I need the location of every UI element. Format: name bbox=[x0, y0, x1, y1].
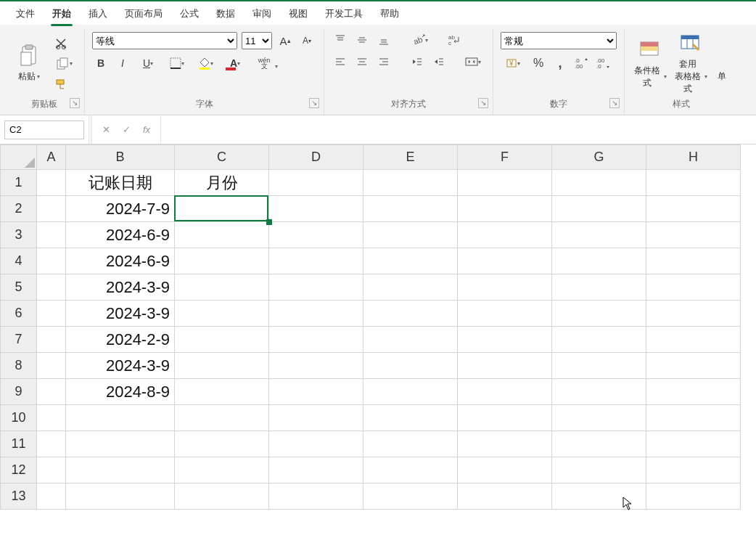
menu-insert[interactable]: 插入 bbox=[80, 4, 116, 25]
row-header-12[interactable]: 12 bbox=[1, 457, 37, 483]
name-box[interactable] bbox=[4, 121, 84, 139]
cell-E11[interactable] bbox=[363, 431, 458, 457]
cell-H11[interactable] bbox=[646, 431, 741, 457]
align-middle-button[interactable] bbox=[353, 32, 371, 48]
cell-B12[interactable] bbox=[66, 457, 175, 483]
font-launcher[interactable]: ↘ bbox=[309, 98, 319, 108]
cell-D2[interactable] bbox=[269, 196, 363, 222]
cell-D3[interactable] bbox=[269, 222, 363, 248]
align-left-button[interactable] bbox=[332, 54, 349, 70]
cell-G6[interactable] bbox=[552, 301, 646, 327]
orientation-button[interactable]: ab▾ bbox=[408, 32, 433, 48]
underline-button[interactable]: U▾ bbox=[136, 55, 160, 71]
font-color-button[interactable]: A ▾ bbox=[223, 55, 247, 71]
cell-G5[interactable] bbox=[552, 274, 646, 301]
cell-D6[interactable] bbox=[269, 301, 363, 327]
cell-G4[interactable] bbox=[552, 248, 646, 274]
cell-H10[interactable] bbox=[646, 405, 741, 431]
spreadsheet-grid[interactable]: ABCDEFGH1记账日期月份22024-7-932024-6-942024-6… bbox=[0, 144, 756, 510]
row-header-3[interactable]: 3 bbox=[1, 222, 37, 248]
font-size-select[interactable]: 11 bbox=[242, 32, 272, 49]
cell-B9[interactable]: 2024-8-9 bbox=[66, 379, 175, 405]
cell-E9[interactable] bbox=[363, 379, 458, 405]
clipboard-launcher[interactable]: ↘ bbox=[70, 98, 80, 108]
cell-G7[interactable] bbox=[552, 327, 646, 353]
cell-H3[interactable] bbox=[646, 222, 741, 248]
paste-button[interactable]: 粘贴▾ bbox=[12, 44, 46, 83]
format-as-table-button[interactable]: 套用 表格格式▾ bbox=[673, 32, 707, 95]
cell-A7[interactable] bbox=[37, 327, 66, 353]
decrease-font-button[interactable]: A▾ bbox=[298, 33, 316, 49]
cell-H2[interactable] bbox=[646, 196, 741, 222]
column-header-G[interactable]: G bbox=[552, 145, 646, 170]
cell-B8[interactable]: 2024-3-9 bbox=[66, 353, 175, 379]
menu-data[interactable]: 数据 bbox=[208, 4, 244, 25]
cell-C7[interactable] bbox=[175, 327, 269, 353]
cell-H4[interactable] bbox=[646, 248, 741, 274]
cell-F6[interactable] bbox=[458, 301, 552, 327]
cell-F13[interactable] bbox=[458, 483, 552, 510]
cell-D13[interactable] bbox=[269, 483, 363, 510]
cell-A6[interactable] bbox=[37, 301, 66, 327]
cell-E3[interactable] bbox=[363, 222, 458, 248]
row-header-11[interactable]: 11 bbox=[1, 431, 37, 457]
row-header-1[interactable]: 1 bbox=[1, 170, 37, 196]
cell-A11[interactable] bbox=[37, 431, 66, 457]
cell-A9[interactable] bbox=[37, 379, 66, 405]
bold-button[interactable]: B bbox=[92, 55, 110, 71]
cell-F5[interactable] bbox=[458, 274, 552, 301]
cell-E5[interactable] bbox=[363, 274, 458, 301]
menu-help[interactable]: 帮助 bbox=[371, 4, 408, 25]
row-header-5[interactable]: 5 bbox=[1, 274, 37, 301]
cell-B10[interactable] bbox=[66, 405, 175, 431]
cell-F10[interactable] bbox=[458, 405, 552, 431]
column-header-C[interactable]: C bbox=[175, 145, 269, 170]
cell-D11[interactable] bbox=[269, 431, 363, 457]
cell-C3[interactable] bbox=[175, 222, 269, 248]
cell-H7[interactable] bbox=[646, 327, 741, 353]
cell-B11[interactable] bbox=[66, 431, 175, 457]
row-header-7[interactable]: 7 bbox=[1, 327, 37, 353]
cell-B13[interactable] bbox=[66, 483, 175, 510]
align-bottom-button[interactable] bbox=[375, 32, 393, 48]
number-launcher[interactable]: ↘ bbox=[609, 98, 620, 108]
cell-F4[interactable] bbox=[458, 248, 552, 274]
cell-B5[interactable]: 2024-3-9 bbox=[66, 274, 175, 301]
column-header-E[interactable]: E bbox=[363, 145, 458, 170]
cell-B7[interactable]: 2024-2-9 bbox=[66, 327, 175, 353]
cell-H5[interactable] bbox=[646, 274, 741, 301]
cell-H9[interactable] bbox=[646, 379, 741, 405]
cell-D10[interactable] bbox=[269, 405, 363, 431]
cell-B4[interactable]: 2024-6-9 bbox=[66, 248, 175, 274]
cell-C1[interactable]: 月份 bbox=[175, 170, 269, 196]
cell-G9[interactable] bbox=[552, 379, 646, 405]
cell-G10[interactable] bbox=[552, 405, 646, 431]
cell-B6[interactable]: 2024-3-9 bbox=[66, 301, 175, 327]
cell-H13[interactable] bbox=[646, 483, 741, 510]
formula-enter-button[interactable]: ✓ bbox=[120, 124, 133, 135]
cell-B3[interactable]: 2024-6-9 bbox=[66, 222, 175, 248]
cell-D8[interactable] bbox=[269, 353, 363, 379]
cell-C4[interactable] bbox=[175, 248, 269, 274]
cell-styles-button[interactable]: 单 bbox=[713, 44, 731, 83]
format-painter-button[interactable] bbox=[52, 76, 70, 92]
accounting-format-button[interactable]: ¥▾ bbox=[501, 55, 525, 71]
comma-style-button[interactable]: , bbox=[551, 55, 569, 71]
copy-button[interactable]: ▾ bbox=[52, 56, 77, 72]
number-format-select[interactable]: 常规 bbox=[501, 32, 617, 49]
cell-G11[interactable] bbox=[552, 431, 646, 457]
column-header-B[interactable]: B bbox=[66, 145, 175, 170]
decrease-decimal-button[interactable]: .00.0 bbox=[595, 55, 612, 71]
italic-button[interactable]: I bbox=[114, 55, 131, 71]
formula-input[interactable] bbox=[161, 121, 756, 139]
cell-C6[interactable] bbox=[175, 301, 269, 327]
cell-H12[interactable] bbox=[646, 457, 741, 483]
cell-E7[interactable] bbox=[363, 327, 458, 353]
cell-E13[interactable] bbox=[363, 483, 458, 510]
cell-D9[interactable] bbox=[269, 379, 363, 405]
cell-G12[interactable] bbox=[552, 457, 646, 483]
cell-F3[interactable] bbox=[458, 222, 552, 248]
cell-E10[interactable] bbox=[363, 405, 458, 431]
percent-button[interactable]: % bbox=[530, 55, 547, 71]
cell-E2[interactable] bbox=[363, 196, 458, 222]
